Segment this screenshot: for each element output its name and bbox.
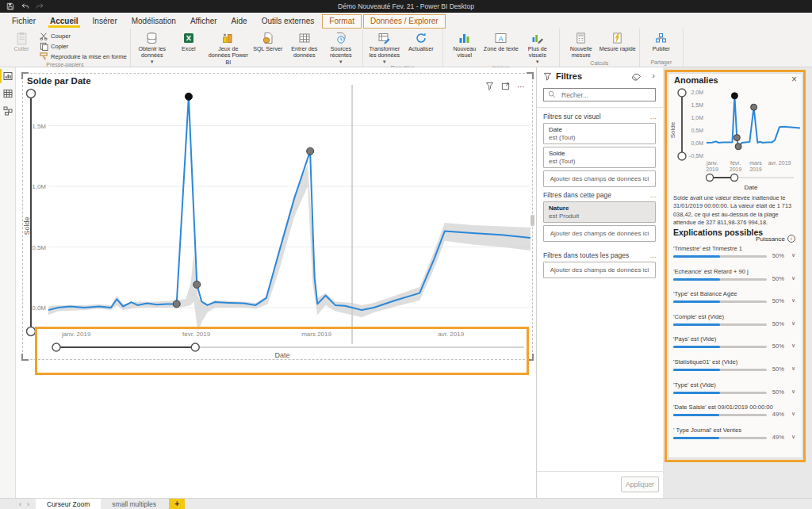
view-model-view-icon[interactable] <box>0 102 16 120</box>
y-zoom-slider-handle[interactable] <box>678 89 686 97</box>
chevron-down-icon[interactable]: ∨ <box>791 343 795 349</box>
page-nav-arrows[interactable]: ‹› <box>0 499 36 509</box>
anomaly-marker-gray[interactable] <box>733 135 740 141</box>
zoom-slider-handle[interactable] <box>731 174 738 182</box>
chevron-down-icon[interactable]: ∨ <box>791 434 795 440</box>
page-tab-small-multiples[interactable]: small multiples <box>101 499 167 509</box>
explanation-row[interactable]: ' Type Journal' est Ventes49%∨ <box>673 427 797 449</box>
chevron-down-icon[interactable]: ∨ <box>791 320 795 327</box>
data-view-icon <box>3 89 13 98</box>
chevron-down-icon[interactable]: ∨ <box>791 388 795 395</box>
prev-page-icon[interactable]: ‹ <box>19 500 21 508</box>
menu-tab-mod-lisation[interactable]: Modélisation <box>124 14 183 29</box>
anomaly-marker-gray[interactable] <box>735 144 741 150</box>
search-input[interactable] <box>560 90 650 100</box>
chevron-down-icon[interactable]: ∨ <box>791 275 795 281</box>
filter-card-solde[interactable]: Soldeest (Tout) <box>543 147 656 168</box>
chevron-down-icon[interactable]: ∨ <box>791 297 795 304</box>
ribbon-button-plus-de-visuels[interactable]: Plus de visuels▼ <box>519 30 556 64</box>
anomaly-marker-gray[interactable] <box>751 104 757 110</box>
zoom-slider-handle[interactable] <box>707 174 714 182</box>
ribbon-button-obtenir-les-donn-es[interactable]: Obtenir les données▼ <box>134 30 170 64</box>
explanation-row[interactable]: 'Echeance' est Retard + 90 j50%∨ <box>673 268 797 290</box>
filter-drop-zone[interactable]: Ajouter des champs de données ici <box>543 225 656 242</box>
menu-tab-ins-rer[interactable]: Insérer <box>86 14 124 29</box>
menu-tab-accueil[interactable]: Accueil <box>43 14 86 29</box>
menu-tab-aide[interactable]: Aide <box>224 14 255 29</box>
y-axis-title: Solde <box>23 216 31 235</box>
strength-percent: 50% <box>772 388 784 396</box>
ribbon-button-nouvelle-mesure[interactable]: Nouvelle mesure <box>563 30 599 59</box>
section-more-icon[interactable]: … <box>650 191 658 199</box>
x-axis-title: Date <box>274 351 289 359</box>
anomaly-marker-gray[interactable] <box>307 147 314 155</box>
zoom-slider-handle[interactable] <box>191 343 199 351</box>
ribbon-button-entrer-des-donn-es[interactable]: Entrer des données <box>286 30 323 59</box>
view-report-view-icon[interactable] <box>0 67 16 85</box>
filter-card-date[interactable]: Dateest (Tout) <box>543 123 656 144</box>
add-page-button[interactable]: + <box>169 499 185 509</box>
menu-tab-fichier[interactable]: Fichier <box>5 14 43 29</box>
close-icon[interactable]: × <box>791 74 797 85</box>
ribbon-button-copier[interactable]: Copier <box>40 42 127 51</box>
next-page-icon[interactable]: › <box>27 500 29 508</box>
x-tick-label: févr.2019 <box>730 160 742 172</box>
ribbon-button-mesure-rapide[interactable]: Mesure rapide <box>599 30 636 52</box>
ribbon-button-publier[interactable]: Publier <box>643 30 680 52</box>
chevron-down-icon[interactable]: ∨ <box>791 252 795 258</box>
report-canvas[interactable]: Solde par Date ⋯ 1,5M1,0M0,5M0,0MSoldeja… <box>16 67 536 498</box>
y-zoom-slider-handle[interactable] <box>27 90 36 98</box>
collapse-pane-icon[interactable]: › <box>652 71 655 80</box>
ribbon-button-couper[interactable]: Couper <box>40 32 127 40</box>
y-zoom-slider-handle[interactable] <box>27 327 36 336</box>
y-zoom-slider-handle[interactable] <box>678 152 686 160</box>
eraser-icon[interactable] <box>631 73 641 82</box>
section-more-icon[interactable]: … <box>650 251 658 259</box>
ribbon-button-reproduire-la-mise-en-forme[interactable]: Reproduire la mise en forme <box>40 52 127 61</box>
explanation-row[interactable]: 'Type' est Balance Agée50%∨ <box>673 290 797 312</box>
info-icon[interactable]: i <box>787 235 795 243</box>
filter-card-nature[interactable]: Natureest Produit <box>543 201 656 223</box>
ribbon-group-label: Partager <box>643 59 680 67</box>
explanation-row[interactable]: 'Pays' est (Vide)50%∨ <box>673 335 797 358</box>
filter-drop-zone[interactable]: Ajouter des champs de données ici <box>543 170 656 187</box>
filters-search[interactable] <box>543 88 656 101</box>
ribbon-button-actualiser[interactable]: Actualiser <box>403 30 439 52</box>
page-tab-curseur-zoom[interactable]: Curseur Zoom <box>36 499 101 509</box>
apply-button[interactable]: Appliquer <box>621 476 659 492</box>
strength-percent: 50% <box>772 297 784 304</box>
ribbon-button-sql-server[interactable]: SQL Server <box>250 30 286 52</box>
explanation-row[interactable]: 'Type' est (Vide)50%∨ <box>673 381 797 404</box>
explanation-row[interactable]: 'Compte' est (Vide)50%∨ <box>673 313 797 335</box>
filter-drop-zone[interactable]: Ajouter des champs de données ici <box>543 262 656 278</box>
menu-tab-donn-es-explorer[interactable]: Données / Explorer <box>363 14 446 29</box>
anomaly-marker-black[interactable] <box>731 93 737 99</box>
view-data-view-icon[interactable] <box>0 85 16 102</box>
line-chart-visual[interactable]: Solde par Date ⋯ 1,5M1,0M0,5M0,0MSoldeja… <box>22 73 533 360</box>
ribbon-button-excel[interactable]: Excel <box>170 30 207 52</box>
ribbon-button-zone-de-texte[interactable]: AZone de texte <box>483 30 519 52</box>
zoom-slider-handle[interactable] <box>52 343 60 351</box>
ribbon-button-transformer-les-donn-es[interactable]: Transformer les données▼ <box>366 30 403 64</box>
chevron-down-icon[interactable]: ∨ <box>791 365 795 372</box>
explanation-row[interactable]: 'Date Saisie' est 09/01/2019 00:00:0049%… <box>673 404 797 426</box>
explanation-row[interactable]: 'Trimestre' est Trimestre 150%∨ <box>673 245 797 267</box>
y-axis-title: Solde <box>669 121 676 138</box>
ribbon-button-nouveau-visuel[interactable]: Nouveau visuel <box>446 30 483 59</box>
ribbon-group-ins-rer: Nouveau visuelAZone de textePlus de visu… <box>443 29 560 67</box>
anomaly-marker-black[interactable] <box>185 93 192 100</box>
x-tick-label: avr. 2019 <box>768 160 791 166</box>
explanation-row[interactable]: 'Statistique01' est (Vide)50%∨ <box>673 358 797 381</box>
chevron-down-icon[interactable]: ∨ <box>791 411 795 417</box>
ribbon-button-jeux-de-donn-es-power-bi[interactable]: Jeux de données Power BI <box>207 30 250 66</box>
scissors-icon <box>40 32 48 40</box>
menu-tab-format[interactable]: Format <box>322 14 362 29</box>
explanation-label: ' Type Journal' est Ventes <box>673 427 797 434</box>
ribbon-button-sources-r-centes[interactable]: Sources récentes▼ <box>323 30 359 64</box>
menu-tab-afficher[interactable]: Afficher <box>183 14 224 29</box>
section-more-icon[interactable]: … <box>650 113 658 121</box>
ribbon-button-coller[interactable]: Coller <box>3 30 40 52</box>
menu-tab-outils-externes[interactable]: Outils externes <box>255 14 322 29</box>
anomaly-marker-gray[interactable] <box>173 300 180 308</box>
anomaly-marker-gray[interactable] <box>193 281 201 288</box>
